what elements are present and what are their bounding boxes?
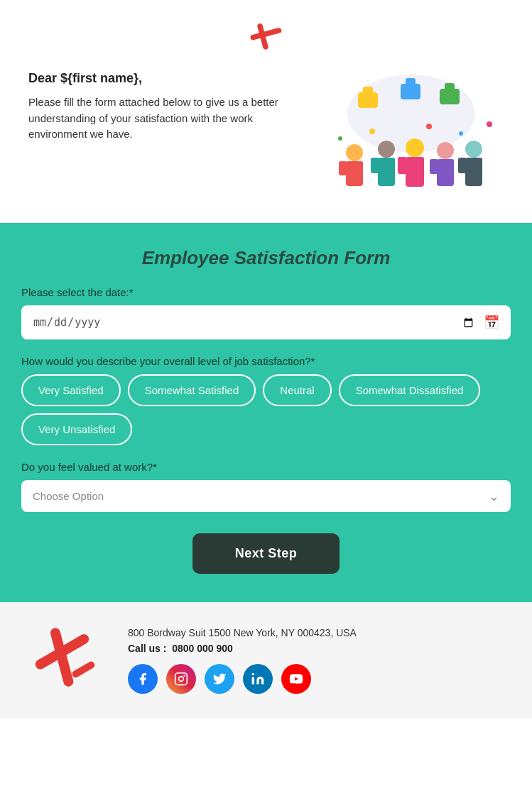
svg-rect-11 <box>339 161 347 175</box>
svg-point-25 <box>465 141 482 158</box>
svg-point-38 <box>179 677 184 682</box>
svg-point-32 <box>338 136 342 141</box>
satisfaction-label: How would you describe your overall leve… <box>21 355 511 367</box>
youtube-icon[interactable] <box>281 664 311 694</box>
facebook-icon[interactable] <box>128 664 158 694</box>
greeting-text: Dear ${first name}, <box>28 71 305 86</box>
instagram-icon[interactable] <box>166 664 196 694</box>
intro-text: Please fill the form attached below to g… <box>28 94 305 143</box>
header-logo-icon <box>245 14 288 57</box>
svg-rect-6 <box>445 83 455 92</box>
svg-point-31 <box>459 131 463 136</box>
svg-rect-23 <box>430 159 438 174</box>
option-somewhat-satisfied[interactable]: Somewhat Satisfied <box>128 374 256 406</box>
valued-select[interactable]: Choose Option Yes No Sometimes <box>21 480 511 512</box>
footer-info: 800 Bordway Suit 1500 New York, NY 00042… <box>128 627 511 694</box>
celebration-illustration <box>319 71 504 199</box>
footer-section: 800 Bordway Suit 1500 New York, NY 00042… <box>0 602 532 719</box>
svg-point-41 <box>252 673 254 675</box>
satisfaction-field-group: How would you describe your overall leve… <box>21 355 511 445</box>
svg-point-39 <box>183 675 185 677</box>
content-area: Dear ${first name}, Please fill the form… <box>14 71 518 216</box>
calendar-icon: 📅 <box>484 315 499 330</box>
svg-rect-37 <box>175 673 188 685</box>
option-very-satisfied[interactable]: Very Satisfied <box>21 374 121 406</box>
option-somewhat-dissatisfied[interactable]: Somewhat Dissatisfied <box>339 374 481 406</box>
next-step-button[interactable]: Next Step <box>192 533 340 574</box>
form-title: Employee Satisfaction Form <box>21 247 511 269</box>
phone-number: 0800 000 900 <box>172 643 233 654</box>
logo-area <box>245 14 288 57</box>
svg-rect-27 <box>458 158 467 173</box>
svg-point-29 <box>369 129 375 134</box>
footer-logo-icon <box>21 624 107 695</box>
svg-rect-28 <box>474 158 482 173</box>
form-section: Employee Satisfaction Form Please select… <box>0 226 532 602</box>
svg-rect-36 <box>71 660 96 679</box>
svg-rect-40 <box>252 677 254 685</box>
svg-rect-8 <box>406 78 416 87</box>
twitter-icon[interactable] <box>205 664 234 694</box>
satisfaction-options: Very Satisfied Somewhat Satisfied Neutra… <box>21 374 511 445</box>
illustration-area <box>319 71 504 202</box>
svg-point-30 <box>426 124 432 129</box>
svg-rect-4 <box>363 87 373 95</box>
footer-call: Call us : 0800 000 900 <box>128 643 511 654</box>
option-neutral[interactable]: Neutral <box>263 374 331 406</box>
valued-field-group: Do you feel valued at work?* Choose Opti… <box>21 461 511 512</box>
valued-label: Do you feel valued at work?* <box>21 461 511 473</box>
social-icons <box>128 664 511 694</box>
text-content: Dear ${first name}, Please fill the form… <box>28 71 319 143</box>
svg-rect-20 <box>415 157 424 174</box>
call-label: Call us : <box>128 643 166 654</box>
option-very-unsatisfied[interactable]: Very Unsatisfied <box>21 413 132 445</box>
svg-point-21 <box>437 142 454 159</box>
svg-rect-16 <box>386 158 395 173</box>
footer-logo-area <box>21 624 107 697</box>
svg-point-17 <box>406 138 424 157</box>
date-input-wrapper: 📅 <box>21 305 511 339</box>
select-wrapper: Choose Option Yes No Sometimes ⌄ <box>21 480 511 512</box>
svg-rect-15 <box>371 158 379 173</box>
header-section: Dear ${first name}, Please fill the form… <box>0 0 532 223</box>
date-field-group: Please select the date:* 📅 <box>21 286 511 339</box>
svg-point-33 <box>487 121 492 127</box>
svg-rect-19 <box>398 157 407 174</box>
footer-address: 800 Bordway Suit 1500 New York, NY 00042… <box>128 627 511 638</box>
svg-point-13 <box>378 141 395 158</box>
svg-rect-24 <box>445 159 454 174</box>
svg-point-9 <box>346 144 363 161</box>
svg-rect-12 <box>354 161 363 175</box>
date-input[interactable] <box>21 305 511 339</box>
date-label: Please select the date:* <box>21 286 511 298</box>
linkedin-icon[interactable] <box>243 664 273 694</box>
